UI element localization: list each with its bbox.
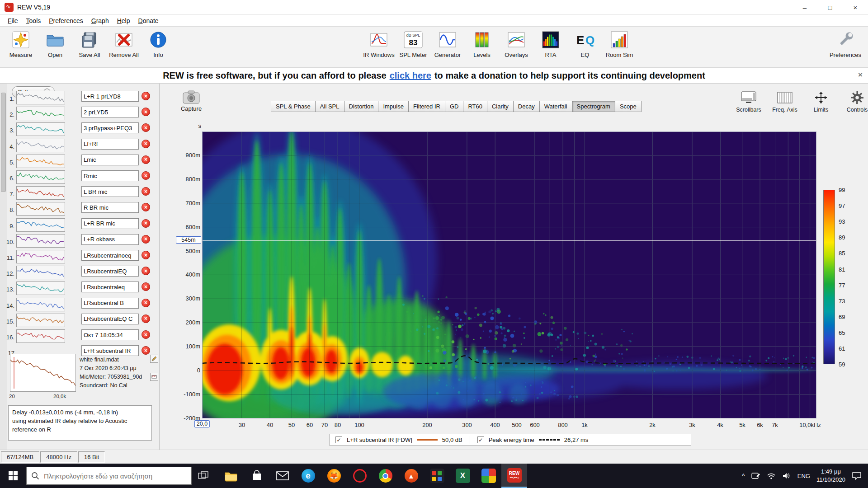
- taskbar-app-opera[interactable]: [347, 464, 373, 488]
- measurement-name-input[interactable]: [81, 314, 139, 324]
- delete-measurement-button[interactable]: ×: [142, 314, 150, 323]
- preferences-button[interactable]: Preferences: [828, 27, 863, 58]
- measurement-thumbnail[interactable]: [16, 329, 65, 343]
- delete-measurement-button[interactable]: ×: [142, 171, 150, 180]
- delete-measurement-button[interactable]: ×: [142, 187, 150, 196]
- measurement-thumbnail[interactable]: [16, 282, 65, 295]
- minimize-button[interactable]: –: [792, 0, 817, 14]
- menu-help[interactable]: Help: [113, 16, 134, 26]
- spectrogram-plot[interactable]: [202, 131, 816, 418]
- measurement-name-input[interactable]: [81, 266, 139, 277]
- tab-decay[interactable]: Decay: [514, 101, 540, 112]
- tab-waterfall[interactable]: Waterfall: [540, 101, 572, 112]
- overlays-button[interactable]: Overlays: [499, 27, 533, 58]
- measurement-thumbnail[interactable]: [16, 202, 65, 216]
- volume-icon[interactable]: [782, 472, 791, 479]
- language-indicator[interactable]: ENG: [797, 473, 810, 479]
- ir-windows-button[interactable]: IR Windows: [362, 27, 396, 58]
- generator-button[interactable]: Generator: [430, 27, 465, 58]
- tab-scope[interactable]: Scope: [615, 101, 642, 112]
- peak-energy-checkbox[interactable]: ✓: [477, 436, 484, 443]
- trace-checkbox[interactable]: ✓: [335, 436, 342, 443]
- tablet-pen-icon[interactable]: [751, 472, 760, 479]
- taskbar-app-edge[interactable]: e: [295, 464, 321, 488]
- delete-measurement-button[interactable]: ×: [142, 123, 150, 132]
- taskbar-app-store[interactable]: [244, 464, 269, 488]
- clock[interactable]: 1:49 μμ 11/10/2020: [816, 468, 845, 483]
- spl-meter-button[interactable]: dB SPL83SPL Meter: [396, 27, 430, 58]
- edit-notes-button[interactable]: [150, 355, 158, 363]
- menu-graph[interactable]: Graph: [87, 16, 113, 26]
- delete-measurement-button[interactable]: ×: [142, 235, 150, 244]
- taskbar-app-browser-orange[interactable]: ▲: [398, 464, 424, 488]
- maximize-button[interactable]: □: [817, 0, 843, 14]
- measurement-name-input[interactable]: [81, 218, 139, 229]
- open-button[interactable]: Open: [38, 27, 72, 58]
- measurement-name-input[interactable]: [81, 250, 139, 261]
- measurement-name-input[interactable]: [81, 139, 139, 150]
- delete-measurement-button[interactable]: ×: [142, 251, 150, 259]
- measurement-thumbnail[interactable]: [16, 234, 65, 248]
- measurement-thumbnail[interactable]: [16, 266, 65, 279]
- tab-impulse[interactable]: Impulse: [378, 101, 409, 112]
- save-all-button[interactable]: Save All: [72, 27, 107, 58]
- taskbar-app-media-app[interactable]: [424, 464, 450, 488]
- taskbar-app-photos[interactable]: [476, 464, 501, 488]
- freq-axis-button[interactable]: Freq. Axis: [770, 91, 800, 113]
- measurement-name-input[interactable]: [81, 298, 139, 309]
- measurement-thumbnail[interactable]: [16, 139, 65, 152]
- measurement-name-input[interactable]: [81, 155, 139, 165]
- measurement-name-input[interactable]: [81, 122, 139, 133]
- tab-spectrogram[interactable]: Spectrogram: [572, 101, 615, 112]
- measure-button[interactable]: Measure: [4, 27, 38, 58]
- menu-preferences[interactable]: Preferences: [45, 16, 87, 26]
- taskbar-search[interactable]: [26, 467, 192, 485]
- delete-measurement-button[interactable]: ×: [142, 282, 150, 291]
- taskbar-app-chrome[interactable]: [373, 464, 398, 488]
- measurement-name-input[interactable]: [81, 170, 139, 181]
- delete-measurement-button[interactable]: ×: [142, 267, 150, 275]
- delete-measurement-button[interactable]: ×: [142, 108, 150, 116]
- scrollbars-button[interactable]: Scrollbars: [734, 91, 764, 113]
- selected-measurement-name-input[interactable]: [81, 345, 139, 356]
- tab-filtered-ir[interactable]: Filtered IR: [409, 101, 445, 112]
- tab-distortion[interactable]: Distortion: [344, 101, 379, 112]
- tab-rt60[interactable]: RT60: [463, 101, 487, 112]
- taskbar-app-rew[interactable]: REW: [501, 464, 527, 488]
- menu-file[interactable]: File: [4, 16, 22, 26]
- taskbar-app-firefox[interactable]: 🦊: [321, 464, 347, 488]
- measurement-thumbnail[interactable]: [16, 170, 65, 184]
- measurement-thumbnail[interactable]: [16, 298, 65, 311]
- delete-measurement-button[interactable]: ×: [142, 140, 150, 148]
- limits-button[interactable]: Limits: [806, 91, 836, 113]
- wifi-icon[interactable]: [767, 472, 776, 479]
- menu-donate[interactable]: Donate: [134, 16, 163, 26]
- tab-clarity[interactable]: Clarity: [487, 101, 514, 112]
- menu-tools[interactable]: Tools: [22, 16, 45, 26]
- measurement-thumbnail[interactable]: [16, 107, 65, 120]
- search-input[interactable]: [44, 472, 179, 480]
- measurement-name-input[interactable]: [81, 282, 139, 292]
- remove-all-button[interactable]: Remove All: [107, 27, 141, 58]
- close-button[interactable]: ×: [843, 0, 868, 14]
- measurement-name-input[interactable]: [81, 202, 139, 213]
- measurement-name-input[interactable]: [81, 234, 139, 245]
- delete-measurement-button[interactable]: ×: [142, 155, 150, 164]
- room-sim-button[interactable]: Room Sim: [602, 27, 637, 58]
- delete-measurement-button[interactable]: ×: [142, 299, 150, 307]
- delete-measurement-button[interactable]: ×: [142, 330, 150, 339]
- delete-measurement-button[interactable]: ×: [142, 92, 150, 100]
- measurement-name-input[interactable]: [81, 329, 139, 340]
- delete-measurement-button[interactable]: ×: [142, 219, 150, 228]
- taskbar-app-mail[interactable]: [269, 464, 295, 488]
- measurement-actions-button[interactable]: [150, 373, 158, 381]
- banner-close-icon[interactable]: ×: [858, 70, 863, 80]
- controls-button[interactable]: Controls: [842, 91, 868, 113]
- measurement-name-input[interactable]: [81, 186, 139, 197]
- capture-button[interactable]: Capture: [178, 90, 205, 112]
- taskbar-app-excel[interactable]: X: [450, 464, 476, 488]
- measurement-thumbnail[interactable]: [16, 218, 65, 232]
- measurement-thumbnail[interactable]: [16, 314, 65, 327]
- delete-measurement-button[interactable]: ×: [142, 346, 150, 355]
- levels-button[interactable]: Levels: [465, 27, 499, 58]
